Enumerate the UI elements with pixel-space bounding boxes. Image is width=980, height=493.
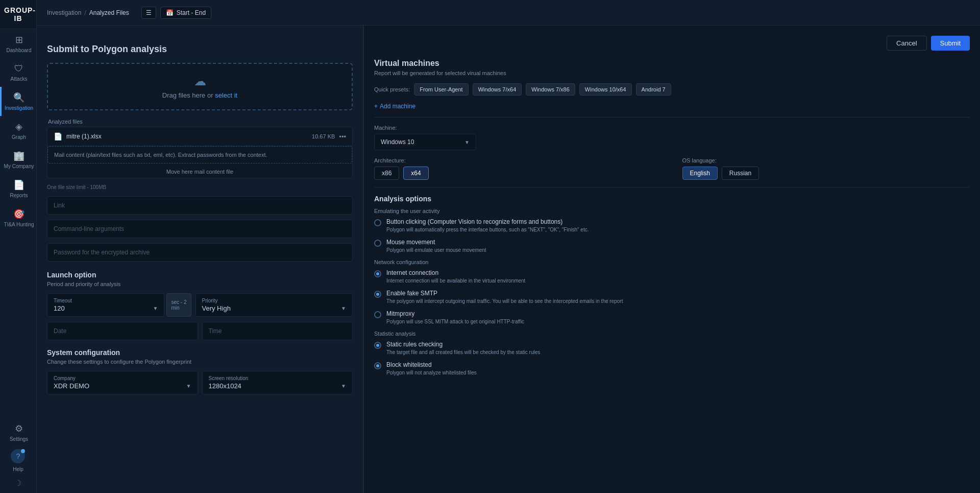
sidebar: GROUP-IB ⊞ Dashboard 🛡 Attacks 🔍 Investi… [0,0,37,493]
launch-title: Launch option [47,271,353,279]
lang-russian[interactable]: Russian [722,167,759,180]
preset-android7[interactable]: Android 7 [636,83,671,96]
settings-icon: ⚙ [15,423,23,434]
option-static-rules: Static rules checking The target file an… [374,341,970,356]
timeout-unit: sec - 2 min [166,293,191,317]
submit-form: Submit to Polygon analysis ☁ Drag files … [37,26,363,493]
sidebar-item-label: Graph [12,134,26,140]
option-label: Internet connection [386,269,525,276]
help-button[interactable]: ? [11,449,25,463]
sidebar-item-investigation[interactable]: 🔍 Investigation [0,87,36,116]
top-actions: Cancel Submit [374,36,970,51]
sidebar-item-label: My Company [4,163,34,169]
radio-inner [376,272,379,275]
radio-fake-smtp[interactable] [374,291,381,298]
page-title: Submit to Polygon analysis [47,44,353,55]
cancel-button[interactable]: Cancel [887,36,926,51]
file-menu-button[interactable]: ••• [339,133,346,140]
sidebar-item-attacks[interactable]: 🛡 Attacks [0,58,36,87]
help-notification-dot [21,449,25,453]
option-mouse-movement: Mouse movement Polygon will emulate user… [374,239,970,254]
main-area: Investigation / Analyzed Files ☰ 📅 Start… [37,0,980,493]
content-area: 40 0 Jun 05 04.07.202213:12:10 ✕ 04.0 [37,26,980,493]
option-label: Mouse movement [386,239,486,246]
radio-button-clicking[interactable] [374,219,381,226]
option-button-clicking: Button clicking (Computer Vision to reco… [374,218,970,233]
timeout-caret-icon: ▼ [153,306,158,311]
resolution-select[interactable]: Screen resolution 1280x1024 ▼ [202,371,353,394]
sidebar-item-dashboard[interactable]: ⊞ Dashboard [0,29,36,58]
date-input[interactable] [47,322,198,340]
add-machine-label: Add machine [380,103,415,110]
option-content: Mitmproxy Polygon will use SSL MITM atta… [386,310,524,325]
preset-user-agent[interactable]: From User-Agent [414,83,468,96]
option-desc: Polygon will not analyze whitelisted fil… [386,369,477,377]
preset-win10-x64[interactable]: Windows 10/x64 [579,83,632,96]
upload-select-link[interactable]: select it [215,91,237,99]
preset-win7-x86[interactable]: Windows 7/x86 [526,83,575,96]
ti-hunting-icon: 🎯 [13,208,24,220]
help-label: Help [13,466,23,472]
option-label: Mitmproxy [386,310,524,317]
machine-select[interactable]: Windows 10 ▼ [374,134,476,150]
arch-col: Architecture: x86 x64 [374,157,662,180]
sidebar-item-graph[interactable]: ◈ Graph [0,116,36,145]
arch-x86[interactable]: x86 [374,167,399,180]
sidebar-item-reports[interactable]: 📄 Reports [0,174,36,203]
filter-button[interactable]: ☰ [141,7,156,19]
link-input[interactable] [47,196,353,215]
net-option-content: Block whitelisted Polygon will not analy… [386,361,477,377]
upload-area[interactable]: ☁ Drag files here or select it [47,63,353,110]
sidebar-item-label: Investigation [5,105,33,111]
resolution-value: 1280x1024 [209,382,241,390]
sidebar-item-settings[interactable]: ⚙ Settings [6,418,30,447]
option-desc: The polygon will intercept outgoing mail… [386,298,623,305]
option-label: Static rules checking [386,341,540,348]
radio-static-rules[interactable] [374,342,381,349]
topbar-controls: ☰ 📅 Start - End [141,7,211,19]
option-content: Button clicking (Computer Vision to reco… [386,218,589,233]
radio-inner [376,364,379,367]
machine-value: Windows 10 [381,138,414,146]
priority-value: Very High [202,304,231,312]
time-input[interactable] [202,322,353,340]
period-row: Timeout 120 ▼ sec - 2 min Priority [47,293,353,317]
machine-col: Machine: Windows 10 ▼ [374,125,970,150]
machine-label: Machine: [374,125,970,131]
sidebar-item-ti-hunting[interactable]: 🎯 TI&A Hunting [0,203,36,232]
radio-mouse-movement[interactable] [374,240,381,247]
submit-button[interactable]: Submit [931,36,970,51]
quick-presets-row: Quick presets: From User-Agent Windows 7… [374,83,970,96]
radio-mitmproxy[interactable] [374,311,381,318]
file-row: 📄 mitre (1).xlsx 10.67 KB ••• [47,127,352,146]
date-range-picker[interactable]: 📅 Start - End [160,7,211,19]
preset-win7-x64[interactable]: Windows 7/x64 [473,83,522,96]
breadcrumb-parent[interactable]: Investigation [47,9,81,16]
cmdline-input[interactable] [47,220,353,238]
password-input[interactable] [47,243,353,262]
option-desc: Polygon will use SSL MITM attack to get … [386,318,524,325]
lang-options: English Russian [682,167,970,180]
launch-subtitle: Period and priority of analysis [47,281,353,287]
sidebar-item-my-company[interactable]: 🏢 My Company [0,145,36,174]
virtual-machines-title: Virtual machines [374,59,970,68]
priority-select[interactable]: Priority Very High ▼ [195,293,353,317]
theme-toggle-icon[interactable]: ☽ [14,478,21,488]
timeout-select[interactable]: Timeout 120 ▼ [47,293,164,317]
lang-col: OS language: English Russian [682,157,970,180]
radio-internet-connection[interactable] [374,270,381,277]
date-range-label: Start - End [177,9,206,16]
topbar: Investigation / Analyzed Files ☰ 📅 Start… [37,0,980,26]
radio-block-whitelisted[interactable] [374,362,381,369]
mail-hint-text: Mail content (plain/text files such as t… [54,152,267,158]
lang-english[interactable]: English [682,167,718,180]
sys-config-title: System configuration [47,348,353,357]
sidebar-item-label: TI&A Hunting [4,222,34,227]
launch-section: Launch option Period and priority of ana… [47,271,353,340]
add-machine-button[interactable]: + Add machine [374,103,970,110]
os-language-label: OS language: [682,157,970,163]
resolution-label: Screen resolution [209,375,347,381]
arch-x64[interactable]: x64 [403,167,428,180]
arch-lang-row: Architecture: x86 x64 OS language: Engli… [374,157,970,180]
company-select[interactable]: Company XDR DEMO ▼ [47,371,198,394]
